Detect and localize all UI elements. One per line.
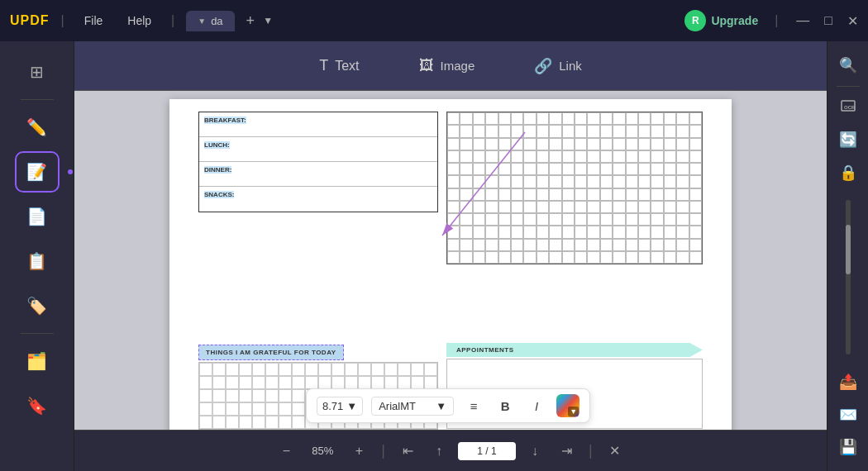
grid-section (446, 112, 703, 264)
scrollbar-thumb (846, 225, 851, 274)
pag-sep2: | (589, 442, 593, 459)
tab-name: da (211, 15, 222, 27)
grateful-label: THINGS I AM GRATEFUL FOR TODAY (198, 345, 344, 360)
save-local-button[interactable]: 💾 (833, 433, 863, 461)
email-button[interactable]: ✉️ (833, 401, 863, 429)
thumbnails-icon: ⊞ (30, 62, 44, 82)
bookmark-icon: 🔖 (26, 396, 47, 416)
font-name-select[interactable]: ArialMT ▼ (371, 397, 454, 416)
titlebar: UPDF | File Help | ▼ da + ▼ R Upgrade | … (0, 0, 868, 41)
close-toolbar-button[interactable]: ✕ (603, 439, 627, 464)
organize-icon: 📋 (26, 251, 47, 271)
next-page-button[interactable]: ↓ (522, 439, 547, 464)
image-tool-icon: 🖼 (419, 57, 434, 74)
app-logo: UPDF (10, 13, 50, 28)
ocr-button[interactable]: OCR (833, 93, 863, 121)
edit-icon: 📝 (26, 162, 47, 182)
page-indicator: 1 / 1 (458, 442, 516, 460)
align-button[interactable]: ≡ (462, 394, 485, 417)
dinner-row: DINNER: (199, 162, 437, 187)
new-tab-button[interactable]: + (246, 12, 255, 30)
pagination-bar: − 85% + | ⇤ ↑ 1 / 1 ↓ ⇥ | ✕ (74, 430, 827, 471)
tab-arrow: ▼ (198, 17, 206, 26)
bold-button[interactable]: B (494, 394, 517, 417)
dinner-label: DINNER: (204, 166, 231, 174)
lunch-row: LUNCH: (199, 137, 437, 162)
snacks-label: SNACKS: (204, 191, 234, 198)
zoom-in-button[interactable]: + (346, 439, 371, 464)
text-tool-label: Text (335, 59, 359, 74)
avatar: R (684, 10, 706, 31)
sidebar-item-layers[interactable]: 🗂️ (15, 340, 60, 382)
content-area: T Text 🖼 Image 🔗 Link BREAKFAST: (74, 41, 827, 471)
first-page-button[interactable]: ⇤ (395, 439, 420, 464)
annotate-icon: ✏️ (26, 117, 47, 137)
image-tool-label: Image (441, 59, 475, 73)
sidebar-divider-2 (21, 333, 54, 334)
color-picker-button[interactable]: ▼ (556, 394, 579, 417)
toolbar-link[interactable]: 🔗 Link (521, 50, 595, 82)
active-indicator (68, 169, 73, 174)
toolbar-image[interactable]: 🖼 Image (406, 50, 489, 81)
tab-dropdown[interactable]: ▼ (263, 15, 273, 26)
sidebar-item-organize[interactable]: 📋 (15, 240, 60, 282)
zoom-out-button[interactable]: − (274, 439, 298, 464)
share-button[interactable]: 📤 (833, 368, 863, 396)
sidebar-item-thumbnails[interactable]: ⊞ (15, 51, 60, 93)
breakfast-row: BREAKFAST: (199, 112, 437, 137)
menu-help[interactable]: Help (119, 11, 160, 31)
page-area: BREAKFAST: LUNCH: DINNER: SNACKS: (74, 91, 827, 430)
last-page-button[interactable]: ⇥ (554, 439, 579, 464)
link-tool-icon: 🔗 (534, 57, 552, 75)
toolbar-text[interactable]: T Text (306, 50, 372, 81)
main-layout: ⊞ ✏️ 📝 📄 📋 🏷️ 🗂️ 🔖 T (0, 41, 868, 471)
meal-section: BREAKFAST: LUNCH: DINNER: SNACKS: (198, 112, 438, 212)
protect-button[interactable]: 🔒 (833, 159, 863, 187)
prev-page-button[interactable]: ↑ (427, 439, 451, 464)
convert-button[interactable]: 🔄 (833, 126, 863, 154)
format-toolbar: 8.71 ▼ ArialMT ▼ ≡ B I ▼ (306, 388, 590, 423)
titlebar-sep2: | (171, 13, 174, 28)
sidebar-divider-1 (21, 99, 54, 100)
minimize-button[interactable]: — (796, 13, 809, 28)
link-tool-label: Link (559, 59, 582, 73)
ocr-icon: OCR (840, 98, 856, 115)
right-divider-1 (837, 86, 860, 87)
italic-button[interactable]: I (525, 394, 548, 417)
breakfast-label: BREAKFAST: (204, 117, 246, 124)
upgrade-button[interactable]: R Upgrade (684, 10, 758, 31)
color-arrow: ▼ (568, 407, 579, 416)
stamp-icon: 🏷️ (26, 296, 47, 316)
font-size-select[interactable]: 8.71 ▼ (317, 397, 363, 416)
zoom-level: 85% (305, 441, 340, 460)
font-name-value: ArialMT (379, 400, 416, 412)
snacks-row: SNACKS: (199, 187, 437, 212)
pag-sep1: | (381, 442, 385, 459)
scrollbar[interactable] (846, 200, 851, 354)
sidebar-item-annotate[interactable]: ✏️ (15, 107, 60, 148)
appointments-label: APPOINTMENTS (446, 343, 703, 357)
sidebar-item-stamp[interactable]: 🏷️ (15, 285, 60, 326)
sidebar-item-pages[interactable]: 📄 (15, 196, 60, 237)
maximize-button[interactable]: □ (824, 13, 832, 28)
svg-text:OCR: OCR (844, 105, 856, 110)
close-button[interactable]: ✕ (847, 13, 858, 29)
text-tool-icon: T (319, 57, 328, 74)
pages-icon: 📄 (26, 207, 47, 226)
layers-icon: 🗂️ (26, 351, 47, 371)
search-button[interactable]: 🔍 (833, 51, 863, 79)
titlebar-sep3: | (775, 13, 778, 28)
sidebar-item-edit[interactable]: 📝 (15, 151, 60, 193)
titlebar-sep1: | (61, 13, 64, 28)
titlebar-tab[interactable]: ▼ da (186, 11, 234, 31)
sidebar-item-bookmark[interactable]: 🔖 (15, 385, 60, 426)
left-sidebar: ⊞ ✏️ 📝 📄 📋 🏷️ 🗂️ 🔖 (0, 41, 74, 471)
edit-toolbar: T Text 🖼 Image 🔗 Link (74, 41, 827, 91)
right-sidebar: 🔍 OCR 🔄 🔒 📤 ✉️ 💾 (827, 41, 868, 471)
font-size-arrow: ▼ (346, 400, 357, 412)
font-name-arrow: ▼ (436, 400, 446, 412)
pdf-page: BREAKFAST: LUNCH: DINNER: SNACKS: (169, 99, 732, 430)
lunch-label: LUNCH: (204, 141, 230, 149)
menu-file[interactable]: File (76, 11, 112, 31)
upgrade-label: Upgrade (711, 14, 758, 27)
